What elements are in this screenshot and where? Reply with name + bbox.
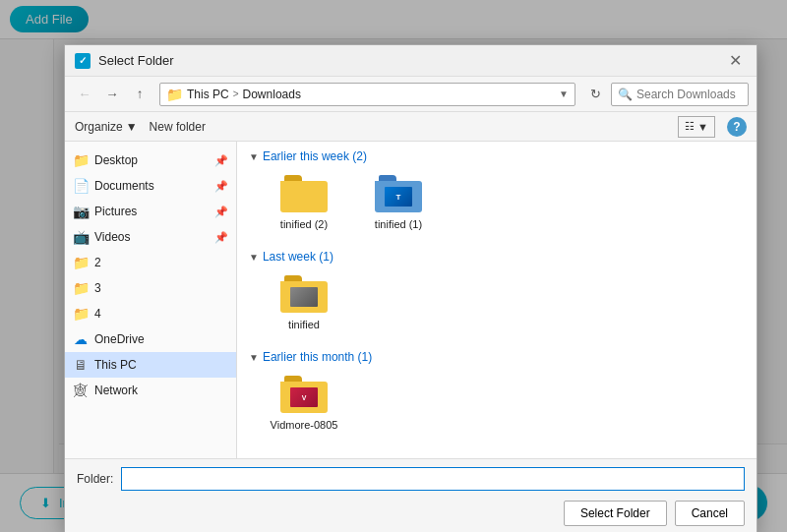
dialog-body: 📁 Desktop 📌 📄 Documents 📌 📷 Pictures 📌 📺… <box>65 142 757 458</box>
sidebar-item-label: Pictures <box>94 205 137 218</box>
folder-path-icon: 📁 <box>166 87 183 102</box>
sidebar-item-this-pc[interactable]: 🖥 This PC <box>65 352 236 378</box>
pin-icon: 📌 <box>214 180 228 193</box>
sidebar-item-pictures[interactable]: 📷 Pictures 📌 <box>65 199 236 224</box>
dialog-title: Select Folder <box>98 53 715 68</box>
pin-icon: 📌 <box>214 154 228 167</box>
section-label: Last week (1) <box>263 250 333 264</box>
sidebar-item-label: 3 <box>94 281 101 295</box>
file-item-tinified-2[interactable]: tinified (2) <box>265 171 343 234</box>
refresh-button[interactable]: ↻ <box>583 83 607 106</box>
files-grid-month: V Vidmore-0805 <box>249 372 745 435</box>
file-item-tinified[interactable]: tinified <box>265 271 343 334</box>
view-chevron-icon: ▼ <box>697 121 708 133</box>
files-grid-week: tinified (2) T tinified (1) <box>249 171 745 234</box>
organize-button[interactable]: Organize ▼ <box>75 120 138 134</box>
section-label: Earlier this week (2) <box>263 149 367 163</box>
folder-path-input[interactable] <box>121 467 745 491</box>
folder-label: Folder: <box>77 472 113 486</box>
dialog-content: ▼ Earlier this week (2) tinified (2) <box>237 142 757 458</box>
this-pc-icon: 🖥 <box>73 357 89 373</box>
pin-icon: 📌 <box>214 231 228 244</box>
path-pc: This PC <box>187 88 229 101</box>
folder-thumbnail: V <box>280 376 328 415</box>
sidebar-item-label: Network <box>94 384 138 397</box>
sidebar-item-label: This PC <box>94 358 137 372</box>
section-chevron-icon: ▼ <box>249 352 259 363</box>
dialog-actions: Select Folder Cancel <box>77 501 745 526</box>
path-separator: > <box>233 89 239 99</box>
file-label: tinified (1) <box>375 218 422 230</box>
help-button[interactable]: ? <box>727 117 747 137</box>
file-label: Vidmore-0805 <box>271 419 338 431</box>
sidebar-item-label: Videos <box>94 230 130 244</box>
back-button[interactable]: ← <box>73 83 96 106</box>
videos-folder-icon: 📺 <box>73 229 89 245</box>
organize-chevron-icon: ▼ <box>126 120 138 134</box>
address-dropdown-icon[interactable]: ▼ <box>559 89 569 99</box>
sidebar-item-2[interactable]: 📁 2 <box>65 250 236 275</box>
sidebar-item-3[interactable]: 📁 3 <box>65 275 236 301</box>
file-label: tinified <box>288 319 320 330</box>
network-icon: 🕸 <box>73 383 89 398</box>
section-chevron-icon: ▼ <box>249 151 259 162</box>
sidebar-item-videos[interactable]: 📺 Videos 📌 <box>65 224 236 250</box>
folder-thumbnail: T <box>375 175 422 214</box>
dialog-titlebar: ✓ Select Folder ✕ <box>65 45 757 77</box>
organize-bar: Organize ▼ New folder ☷ ▼ ? <box>65 112 757 142</box>
pictures-folder-icon: 📷 <box>73 204 89 219</box>
select-folder-button[interactable]: Select Folder <box>564 501 667 526</box>
forward-button[interactable]: → <box>100 83 124 106</box>
folder-thumbnail <box>280 175 328 214</box>
new-folder-button[interactable]: New folder <box>150 120 206 134</box>
file-label: tinified (2) <box>280 218 328 230</box>
onedrive-icon: ☁ <box>73 331 89 347</box>
sidebar-item-desktop[interactable]: 📁 Desktop 📌 <box>65 148 236 173</box>
search-input[interactable] <box>636 88 742 101</box>
dialog-footer: Folder: Select Folder Cancel <box>65 458 757 532</box>
section-last-week[interactable]: ▼ Last week (1) <box>249 250 745 264</box>
sidebar-item-onedrive[interactable]: ☁ OneDrive <box>65 326 236 352</box>
sidebar-item-label: 4 <box>94 307 101 321</box>
dialog-app-icon: ✓ <box>75 53 91 69</box>
path-folder: Downloads <box>243 88 301 101</box>
section-earlier-this-month[interactable]: ▼ Earlier this month (1) <box>249 350 745 364</box>
section-chevron-icon: ▼ <box>249 252 259 263</box>
sidebar-item-network[interactable]: 🕸 Network <box>65 378 236 403</box>
folder-thumbnail <box>280 275 328 315</box>
search-icon: 🔍 <box>618 88 633 101</box>
folder-4-icon: 📁 <box>73 306 89 322</box>
files-grid-last-week: tinified <box>249 271 745 334</box>
sidebar-item-label: OneDrive <box>94 332 145 346</box>
select-folder-dialog: ✓ Select Folder ✕ ← → ↑ 📁 This PC > Down… <box>64 44 757 532</box>
address-bar: 📁 This PC > Downloads ▼ <box>159 83 575 106</box>
file-item-tinified-1[interactable]: T tinified (1) <box>359 171 438 234</box>
dialog-sidebar: 📁 Desktop 📌 📄 Documents 📌 📷 Pictures 📌 📺… <box>65 142 237 458</box>
address-path: This PC > Downloads <box>187 88 555 101</box>
desktop-folder-icon: 📁 <box>73 152 89 168</box>
dialog-close-button[interactable]: ✕ <box>723 49 747 73</box>
up-button[interactable]: ↑ <box>128 83 151 106</box>
sidebar-item-label: Documents <box>94 179 154 193</box>
folder-2-icon: 📁 <box>73 255 89 270</box>
section-label: Earlier this month (1) <box>263 350 372 364</box>
search-box: 🔍 <box>611 83 749 106</box>
file-item-vidmore[interactable]: V Vidmore-0805 <box>265 372 343 435</box>
pin-icon: 📌 <box>214 206 228 218</box>
folder-3-icon: 📁 <box>73 280 89 296</box>
view-button[interactable]: ☷ ▼ <box>678 116 715 138</box>
view-icon: ☷ <box>685 120 695 133</box>
sidebar-item-label: 2 <box>94 256 101 269</box>
cancel-button[interactable]: Cancel <box>675 501 745 526</box>
section-earlier-this-week[interactable]: ▼ Earlier this week (2) <box>249 149 745 163</box>
folder-input-row: Folder: <box>77 467 745 491</box>
documents-folder-icon: 📄 <box>73 178 89 194</box>
sidebar-item-label: Desktop <box>94 153 138 167</box>
dialog-toolbar: ← → ↑ 📁 This PC > Downloads ▼ ↻ 🔍 <box>65 77 757 112</box>
sidebar-item-4[interactable]: 📁 4 <box>65 301 236 326</box>
sidebar-item-documents[interactable]: 📄 Documents 📌 <box>65 173 236 199</box>
